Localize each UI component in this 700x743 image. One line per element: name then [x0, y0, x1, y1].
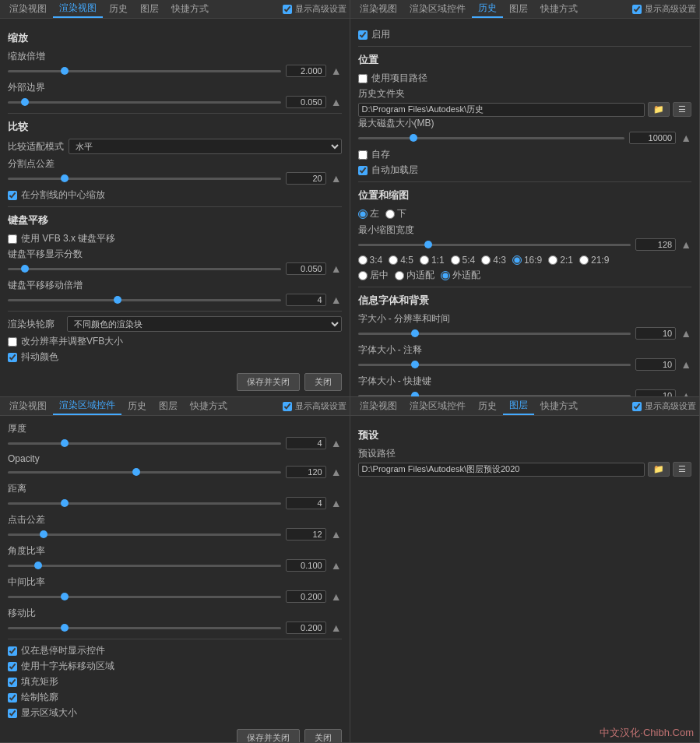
- distance-slider[interactable]: [8, 502, 281, 505]
- pan-mult-spinner[interactable]: ▲: [331, 294, 342, 306]
- block-outline-select[interactable]: 不同颜色的渲染块 单色渲染块 无: [67, 316, 342, 332]
- font-res-value[interactable]: [635, 327, 676, 340]
- tab-shortcuts-bl[interactable]: 快捷方式: [184, 398, 234, 414]
- preset-path-input[interactable]: [358, 463, 645, 477]
- tab-layers-bl[interactable]: 图层: [153, 398, 184, 414]
- border-spinner[interactable]: ▲: [331, 96, 342, 108]
- max-disk-spinner[interactable]: ▲: [681, 132, 691, 144]
- advanced-checkbox-tr[interactable]: [632, 5, 642, 14]
- click-tol-value[interactable]: [286, 528, 326, 541]
- border-slider[interactable]: [8, 101, 281, 104]
- ratio-54[interactable]: 5:4: [451, 255, 476, 266]
- angle-ratio-slider[interactable]: [8, 565, 281, 567]
- preset-path-browse[interactable]: 📁: [648, 462, 670, 477]
- auto-save-check[interactable]: [358, 150, 368, 160]
- distance-value[interactable]: [286, 497, 326, 509]
- opacity-spinner[interactable]: ▲: [331, 466, 342, 478]
- tab-render-area-br[interactable]: 渲染区域控件: [403, 398, 472, 414]
- move-ratio-spinner[interactable]: ▲: [331, 622, 342, 634]
- split-tol-slider[interactable]: [8, 178, 281, 180]
- fit-outer[interactable]: 外适配: [441, 269, 480, 282]
- font-note-spinner[interactable]: ▲: [681, 358, 691, 371]
- use-project-check[interactable]: [358, 74, 368, 83]
- tab-layers-tr[interactable]: 图层: [503, 1, 534, 17]
- ratio-21[interactable]: 2:1: [548, 255, 573, 266]
- advanced-checkbox-bl[interactable]: [283, 402, 292, 411]
- ratio-45[interactable]: 4:5: [389, 255, 413, 266]
- history-path-browse[interactable]: 📁: [648, 102, 670, 117]
- scaling-spinner-up[interactable]: ▲: [331, 65, 342, 77]
- draw-outline-check[interactable]: [8, 693, 17, 703]
- ratio-34[interactable]: 3:4: [358, 255, 383, 266]
- split-tol-spinner[interactable]: ▲: [331, 172, 342, 185]
- move-ratio-slider[interactable]: [8, 627, 281, 629]
- font-note-value[interactable]: [635, 358, 676, 371]
- advanced-checkbox-br[interactable]: [632, 402, 642, 411]
- ratio-169[interactable]: 16:9: [512, 255, 542, 266]
- use-vfb-check[interactable]: [8, 234, 17, 244]
- min-zoom-slider[interactable]: [358, 244, 631, 246]
- pan-display-value[interactable]: [286, 262, 326, 275]
- tab-layers-tl[interactable]: 图层: [134, 1, 165, 17]
- tab-render-area-tr[interactable]: 渲染区域控件: [403, 1, 472, 17]
- adjust-vfb-check[interactable]: [8, 337, 17, 347]
- split-tol-value[interactable]: [286, 172, 326, 185]
- tab-history-tr[interactable]: 历史: [472, 0, 503, 18]
- font-shortcut-slider[interactable]: [358, 395, 631, 397]
- angle-ratio-spinner[interactable]: ▲: [331, 559, 342, 572]
- tl-save-close-btn[interactable]: 保存并关闭: [237, 373, 300, 391]
- mid-ratio-spinner[interactable]: ▲: [331, 590, 342, 603]
- tl-close-btn[interactable]: 关闭: [304, 373, 342, 391]
- angle-ratio-value[interactable]: [286, 559, 326, 572]
- distance-spinner[interactable]: ▲: [331, 497, 342, 509]
- bl-save-close-btn[interactable]: 保存并关闭: [237, 729, 300, 742]
- opacity-slider[interactable]: [8, 471, 281, 474]
- compare-mode-select[interactable]: 水平垂直: [69, 139, 342, 154]
- history-path-input[interactable]: [358, 103, 645, 117]
- fill-rect-check[interactable]: [8, 678, 17, 687]
- auto-load-check[interactable]: [358, 166, 368, 175]
- fit-inner[interactable]: 内适配: [395, 269, 434, 282]
- tab-render-area-bl[interactable]: 渲染区域控件: [53, 397, 121, 415]
- bl-close-btn[interactable]: 关闭: [304, 729, 342, 742]
- font-res-slider[interactable]: [358, 333, 631, 335]
- history-path-menu[interactable]: ☰: [673, 102, 691, 117]
- pan-mult-slider[interactable]: [8, 299, 281, 301]
- mid-ratio-slider[interactable]: [8, 596, 281, 598]
- tab-history-br[interactable]: 历史: [472, 398, 503, 414]
- tab-shortcuts-tr[interactable]: 快捷方式: [534, 1, 584, 17]
- ratio-43[interactable]: 4:3: [481, 255, 506, 266]
- tab-render-view-br[interactable]: 渲染视图: [354, 398, 403, 414]
- tab-render-view-bl[interactable]: 渲染视图: [3, 398, 53, 414]
- fit-center[interactable]: 居中: [358, 269, 389, 282]
- crosshair-check[interactable]: [8, 662, 17, 671]
- center-zoom-check[interactable]: [8, 191, 17, 200]
- dither-check[interactable]: [8, 353, 17, 362]
- tab-history-bl[interactable]: 历史: [121, 398, 153, 414]
- pan-display-spinner[interactable]: ▲: [331, 262, 342, 275]
- tab-shortcuts-tl[interactable]: 快捷方式: [165, 1, 215, 17]
- click-tol-slider[interactable]: [8, 533, 281, 536]
- tab-history-tl[interactable]: 历史: [103, 1, 134, 17]
- ratio-11[interactable]: 1:1: [420, 255, 445, 266]
- move-ratio-value[interactable]: [286, 622, 326, 634]
- min-zoom-spinner[interactable]: ▲: [681, 238, 691, 251]
- tab-render-view-tr[interactable]: 渲染视图: [354, 1, 403, 17]
- thickness-slider[interactable]: [8, 442, 281, 445]
- font-shortcut-value[interactable]: [635, 389, 676, 396]
- border-value[interactable]: [286, 96, 326, 108]
- thickness-spinner[interactable]: ▲: [331, 437, 342, 449]
- ratio-219[interactable]: 21:9: [579, 255, 609, 266]
- show-size-check[interactable]: [8, 709, 17, 718]
- opacity-value[interactable]: [286, 466, 326, 478]
- font-shortcut-spinner[interactable]: ▲: [681, 389, 691, 396]
- thickness-value[interactable]: [286, 437, 326, 449]
- mid-ratio-value[interactable]: [286, 590, 326, 603]
- radio-right[interactable]: 下: [385, 207, 406, 220]
- enable-check[interactable]: [358, 30, 368, 40]
- tab-render-area-tl[interactable]: 渲染视图: [53, 0, 103, 18]
- pan-mult-value[interactable]: [286, 294, 326, 306]
- hover-only-check[interactable]: [8, 646, 17, 656]
- tab-render-view-tl[interactable]: 渲染视图: [3, 1, 53, 17]
- font-note-slider[interactable]: [358, 364, 631, 366]
